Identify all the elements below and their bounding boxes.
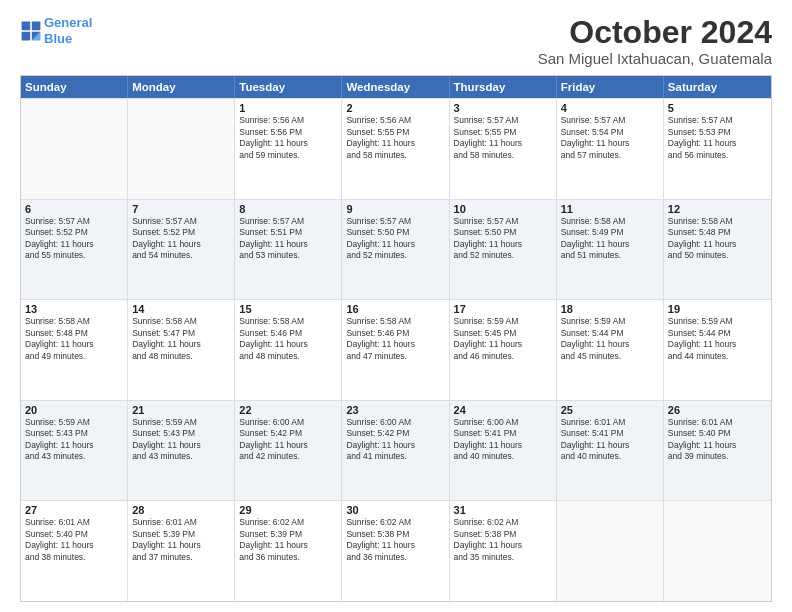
cell-text: Sunrise: 6:00 AMSunset: 5:42 PMDaylight:… <box>346 417 444 463</box>
cell-text: Sunrise: 6:00 AMSunset: 5:41 PMDaylight:… <box>454 417 552 463</box>
cell-text: Sunrise: 5:58 AMSunset: 5:46 PMDaylight:… <box>239 316 337 362</box>
cell-text: Sunrise: 6:01 AMSunset: 5:40 PMDaylight:… <box>25 517 123 563</box>
day-number: 13 <box>25 303 123 315</box>
cell-text: Sunrise: 5:57 AMSunset: 5:53 PMDaylight:… <box>668 115 767 161</box>
calendar-cell: 10Sunrise: 5:57 AMSunset: 5:50 PMDayligh… <box>450 200 557 300</box>
calendar-header: SundayMondayTuesdayWednesdayThursdayFrid… <box>21 76 771 98</box>
calendar-row: 1Sunrise: 5:56 AMSunset: 5:56 PMDaylight… <box>21 98 771 199</box>
day-number: 14 <box>132 303 230 315</box>
cell-text: Sunrise: 6:01 AMSunset: 5:41 PMDaylight:… <box>561 417 659 463</box>
cell-text: Sunrise: 5:56 AMSunset: 5:55 PMDaylight:… <box>346 115 444 161</box>
cell-text: Sunrise: 5:57 AMSunset: 5:52 PMDaylight:… <box>132 216 230 262</box>
calendar-cell <box>21 99 128 199</box>
calendar-cell: 4Sunrise: 5:57 AMSunset: 5:54 PMDaylight… <box>557 99 664 199</box>
calendar-body: 1Sunrise: 5:56 AMSunset: 5:56 PMDaylight… <box>21 98 771 601</box>
svg-rect-1 <box>32 21 41 30</box>
day-number: 23 <box>346 404 444 416</box>
day-number: 22 <box>239 404 337 416</box>
calendar-cell: 28Sunrise: 6:01 AMSunset: 5:39 PMDayligh… <box>128 501 235 601</box>
cell-text: Sunrise: 5:57 AMSunset: 5:55 PMDaylight:… <box>454 115 552 161</box>
calendar-cell: 24Sunrise: 6:00 AMSunset: 5:41 PMDayligh… <box>450 401 557 501</box>
day-number: 12 <box>668 203 767 215</box>
calendar-cell: 5Sunrise: 5:57 AMSunset: 5:53 PMDaylight… <box>664 99 771 199</box>
calendar: SundayMondayTuesdayWednesdayThursdayFrid… <box>20 75 772 602</box>
cell-text: Sunrise: 5:58 AMSunset: 5:46 PMDaylight:… <box>346 316 444 362</box>
cell-text: Sunrise: 5:58 AMSunset: 5:47 PMDaylight:… <box>132 316 230 362</box>
svg-rect-0 <box>22 21 31 30</box>
calendar-cell: 21Sunrise: 5:59 AMSunset: 5:43 PMDayligh… <box>128 401 235 501</box>
day-number: 8 <box>239 203 337 215</box>
cell-text: Sunrise: 5:57 AMSunset: 5:50 PMDaylight:… <box>454 216 552 262</box>
month-title: October 2024 <box>538 15 772 50</box>
calendar-cell: 15Sunrise: 5:58 AMSunset: 5:46 PMDayligh… <box>235 300 342 400</box>
cell-text: Sunrise: 5:57 AMSunset: 5:50 PMDaylight:… <box>346 216 444 262</box>
day-number: 27 <box>25 504 123 516</box>
svg-rect-2 <box>22 31 31 40</box>
calendar-cell: 1Sunrise: 5:56 AMSunset: 5:56 PMDaylight… <box>235 99 342 199</box>
calendar-cell: 14Sunrise: 5:58 AMSunset: 5:47 PMDayligh… <box>128 300 235 400</box>
day-number: 4 <box>561 102 659 114</box>
cell-text: Sunrise: 5:58 AMSunset: 5:48 PMDaylight:… <box>25 316 123 362</box>
title-block: October 2024 San Miguel Ixtahuacan, Guat… <box>538 15 772 67</box>
calendar-row: 20Sunrise: 5:59 AMSunset: 5:43 PMDayligh… <box>21 400 771 501</box>
day-number: 21 <box>132 404 230 416</box>
calendar-cell <box>128 99 235 199</box>
logo: General Blue <box>20 15 92 46</box>
calendar-cell: 11Sunrise: 5:58 AMSunset: 5:49 PMDayligh… <box>557 200 664 300</box>
calendar-cell: 23Sunrise: 6:00 AMSunset: 5:42 PMDayligh… <box>342 401 449 501</box>
day-number: 15 <box>239 303 337 315</box>
day-number: 26 <box>668 404 767 416</box>
calendar-cell: 18Sunrise: 5:59 AMSunset: 5:44 PMDayligh… <box>557 300 664 400</box>
day-number: 29 <box>239 504 337 516</box>
calendar-row: 6Sunrise: 5:57 AMSunset: 5:52 PMDaylight… <box>21 199 771 300</box>
calendar-cell: 22Sunrise: 6:00 AMSunset: 5:42 PMDayligh… <box>235 401 342 501</box>
day-number: 9 <box>346 203 444 215</box>
day-number: 17 <box>454 303 552 315</box>
calendar-cell: 3Sunrise: 5:57 AMSunset: 5:55 PMDaylight… <box>450 99 557 199</box>
logo-icon <box>20 20 42 42</box>
cell-text: Sunrise: 6:01 AMSunset: 5:39 PMDaylight:… <box>132 517 230 563</box>
day-number: 1 <box>239 102 337 114</box>
cell-text: Sunrise: 5:56 AMSunset: 5:56 PMDaylight:… <box>239 115 337 161</box>
location: San Miguel Ixtahuacan, Guatemala <box>538 50 772 67</box>
calendar-cell: 27Sunrise: 6:01 AMSunset: 5:40 PMDayligh… <box>21 501 128 601</box>
day-number: 18 <box>561 303 659 315</box>
day-number: 16 <box>346 303 444 315</box>
cell-text: Sunrise: 6:02 AMSunset: 5:38 PMDaylight:… <box>346 517 444 563</box>
calendar-row: 27Sunrise: 6:01 AMSunset: 5:40 PMDayligh… <box>21 500 771 601</box>
day-number: 20 <box>25 404 123 416</box>
cell-text: Sunrise: 5:59 AMSunset: 5:43 PMDaylight:… <box>132 417 230 463</box>
calendar-cell <box>664 501 771 601</box>
day-number: 7 <box>132 203 230 215</box>
cell-text: Sunrise: 5:58 AMSunset: 5:49 PMDaylight:… <box>561 216 659 262</box>
cell-text: Sunrise: 5:59 AMSunset: 5:43 PMDaylight:… <box>25 417 123 463</box>
calendar-cell: 13Sunrise: 5:58 AMSunset: 5:48 PMDayligh… <box>21 300 128 400</box>
logo-text: General Blue <box>44 15 92 46</box>
day-number: 24 <box>454 404 552 416</box>
weekday-header: Friday <box>557 76 664 98</box>
cell-text: Sunrise: 6:01 AMSunset: 5:40 PMDaylight:… <box>668 417 767 463</box>
calendar-cell: 20Sunrise: 5:59 AMSunset: 5:43 PMDayligh… <box>21 401 128 501</box>
day-number: 28 <box>132 504 230 516</box>
calendar-cell: 25Sunrise: 6:01 AMSunset: 5:41 PMDayligh… <box>557 401 664 501</box>
weekday-header: Wednesday <box>342 76 449 98</box>
day-number: 10 <box>454 203 552 215</box>
page: General Blue October 2024 San Miguel Ixt… <box>0 0 792 612</box>
cell-text: Sunrise: 5:58 AMSunset: 5:48 PMDaylight:… <box>668 216 767 262</box>
calendar-cell: 31Sunrise: 6:02 AMSunset: 5:38 PMDayligh… <box>450 501 557 601</box>
cell-text: Sunrise: 5:57 AMSunset: 5:52 PMDaylight:… <box>25 216 123 262</box>
calendar-cell: 30Sunrise: 6:02 AMSunset: 5:38 PMDayligh… <box>342 501 449 601</box>
day-number: 19 <box>668 303 767 315</box>
header: General Blue October 2024 San Miguel Ixt… <box>20 15 772 67</box>
cell-text: Sunrise: 5:59 AMSunset: 5:44 PMDaylight:… <box>561 316 659 362</box>
cell-text: Sunrise: 5:59 AMSunset: 5:44 PMDaylight:… <box>668 316 767 362</box>
weekday-header: Monday <box>128 76 235 98</box>
day-number: 25 <box>561 404 659 416</box>
calendar-cell <box>557 501 664 601</box>
weekday-header: Sunday <box>21 76 128 98</box>
day-number: 2 <box>346 102 444 114</box>
calendar-row: 13Sunrise: 5:58 AMSunset: 5:48 PMDayligh… <box>21 299 771 400</box>
cell-text: Sunrise: 6:02 AMSunset: 5:39 PMDaylight:… <box>239 517 337 563</box>
calendar-cell: 8Sunrise: 5:57 AMSunset: 5:51 PMDaylight… <box>235 200 342 300</box>
calendar-cell: 19Sunrise: 5:59 AMSunset: 5:44 PMDayligh… <box>664 300 771 400</box>
